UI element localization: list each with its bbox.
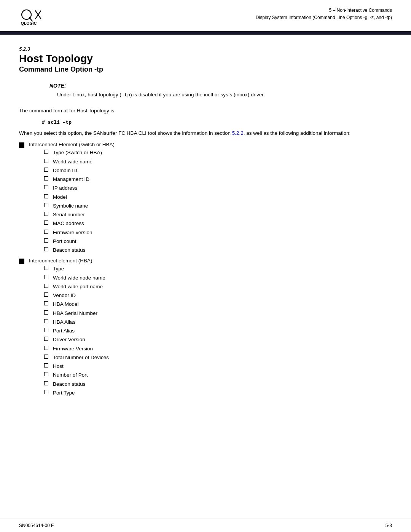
list-item: World wide port name [44, 283, 109, 291]
checkbox-icon [44, 372, 48, 376]
sub-item-text: Firmware Version [53, 345, 93, 353]
sub-item-text: Symbolic name [53, 202, 88, 210]
sub-item-text: World wide node name [53, 274, 105, 282]
checkbox-icon [44, 212, 48, 216]
sub-item-text: Port count [53, 238, 76, 245]
sub-item-text: HBA Model [53, 300, 79, 308]
para2-link[interactable]: 5.2.2 [232, 130, 244, 136]
sub-item-text: Management ID [53, 176, 89, 183]
section-number: 5.2.3 [19, 46, 392, 52]
sub-item-text: HBA Serial Number [53, 310, 97, 317]
checkbox-icon [44, 355, 48, 359]
list-item: World wide name [44, 158, 115, 166]
list-item: Model [44, 193, 115, 201]
note-code: -tp [121, 92, 130, 98]
sub-item-text: World wide name [53, 158, 92, 166]
section-title: Host Topology [19, 53, 392, 65]
bullet1-label: Interconnect Element (switch or HBA) Typ… [29, 142, 115, 256]
sub-item-text: Type [53, 265, 64, 273]
para2-after: , as well as the following additional in… [244, 130, 350, 136]
note-text-after: ) is disabled if you are using the ioctl… [130, 92, 264, 97]
list-item: Symbolic name [44, 202, 115, 210]
checkbox-icon [44, 176, 48, 181]
note-text: Under Linux, host topology (-tp) is disa… [57, 91, 362, 99]
section-subtitle: Command Line Option -tp [19, 66, 392, 73]
sub-item-text: Model [53, 193, 67, 201]
sub-item-text: Number of Port [53, 371, 88, 379]
para2: When you select this option, the SANsurf… [19, 129, 392, 137]
list-item: Firmware Version [44, 345, 109, 353]
checkbox-icon [44, 266, 48, 270]
sub-item-text: Host [53, 363, 64, 370]
checkbox-icon [44, 381, 48, 385]
sub-item-text: Serial number [53, 211, 85, 219]
bullet1-sub-list: Type (Switch or HBA) World wide name Dom… [44, 149, 115, 254]
logo-area: QLOGIC [19, 7, 49, 28]
list-item: Number of Port [44, 371, 109, 379]
bullet-item-2: Interconnect element (HBA): Type World w… [19, 258, 392, 398]
sub-item-text: Domain ID [53, 167, 77, 174]
list-item: HBA Alias [44, 318, 109, 326]
page-footer: SN0054614-00 F 5-3 [0, 519, 411, 532]
list-item: Port Type [44, 389, 109, 397]
footer-left: SN0054614-00 F [19, 523, 54, 528]
list-item: Type [44, 265, 109, 273]
checkbox-icon [44, 185, 48, 189]
square-bullet-icon [19, 259, 24, 264]
bullet-item-1: Interconnect Element (switch or HBA) Typ… [19, 142, 392, 256]
sub-item-text: Beacon status [53, 380, 86, 388]
checkbox-icon [44, 346, 48, 350]
list-item: IP address [44, 184, 115, 192]
header-chapter: 5 – Non-interactive Commands [256, 7, 392, 14]
sub-item-text: World wide port name [53, 283, 103, 291]
sub-item-text: MAC address [53, 220, 84, 227]
para1: The command format for Host Topology is: [19, 107, 392, 115]
list-item: Management ID [44, 176, 115, 183]
list-item: Host [44, 363, 109, 370]
sub-item-text: Port Alias [53, 327, 75, 335]
checkbox-icon [44, 159, 48, 163]
checkbox-icon [44, 230, 48, 234]
bullet2-text: Interconnect element (HBA): [29, 258, 94, 264]
sub-item-text: Port Type [53, 389, 75, 397]
sub-item-text: Vendor ID [53, 292, 76, 299]
note-label: NOTE: [49, 83, 362, 89]
page: QLOGIC 5 – Non-interactive Commands Disp… [0, 0, 411, 532]
square-bullet-icon [19, 142, 24, 148]
list-item: Beacon status [44, 380, 109, 388]
list-item: World wide node name [44, 274, 109, 282]
sub-item-text: HBA Alias [53, 318, 75, 326]
main-content: 5.2.3 Host Topology Command Line Option … [0, 35, 411, 519]
checkbox-icon [44, 238, 48, 243]
checkbox-icon [44, 203, 48, 207]
qlogic-logo: QLOGIC [19, 7, 49, 28]
checkbox-icon [44, 150, 48, 154]
checkbox-icon [44, 301, 48, 305]
checkbox-icon [44, 328, 48, 332]
list-item: Total Number of Devices [44, 354, 109, 361]
sub-item-text: Type (Switch or HBA) [53, 149, 102, 157]
checkbox-icon [44, 337, 48, 341]
sub-item-text: Firmware version [53, 229, 92, 236]
command-text: # scli –tp [42, 120, 72, 125]
sub-item-text: Beacon status [53, 246, 86, 254]
header-text: 5 – Non-interactive Commands Display Sys… [256, 7, 392, 21]
checkbox-icon [44, 390, 48, 394]
main-bullet-list: Interconnect Element (switch or HBA) Typ… [19, 142, 392, 398]
list-item: Vendor ID [44, 292, 109, 299]
svg-text:QLOGIC: QLOGIC [21, 21, 37, 26]
bullet2-label: Interconnect element (HBA): Type World w… [29, 258, 109, 398]
checkbox-icon [44, 220, 48, 225]
list-item: Port count [44, 238, 115, 245]
list-item: Firmware version [44, 229, 115, 236]
footer-right: 5-3 [386, 523, 392, 528]
checkbox-icon [44, 275, 48, 279]
bullet1-text: Interconnect Element (switch or HBA) [29, 142, 115, 147]
header-subtitle: Display System Information (Command Line… [256, 14, 392, 21]
checkbox-icon [44, 247, 48, 251]
header-bar [0, 32, 411, 35]
sub-item-text: Driver Version [53, 336, 85, 343]
checkbox-icon [44, 168, 48, 172]
checkbox-icon [44, 310, 48, 315]
checkbox-icon [44, 194, 48, 198]
